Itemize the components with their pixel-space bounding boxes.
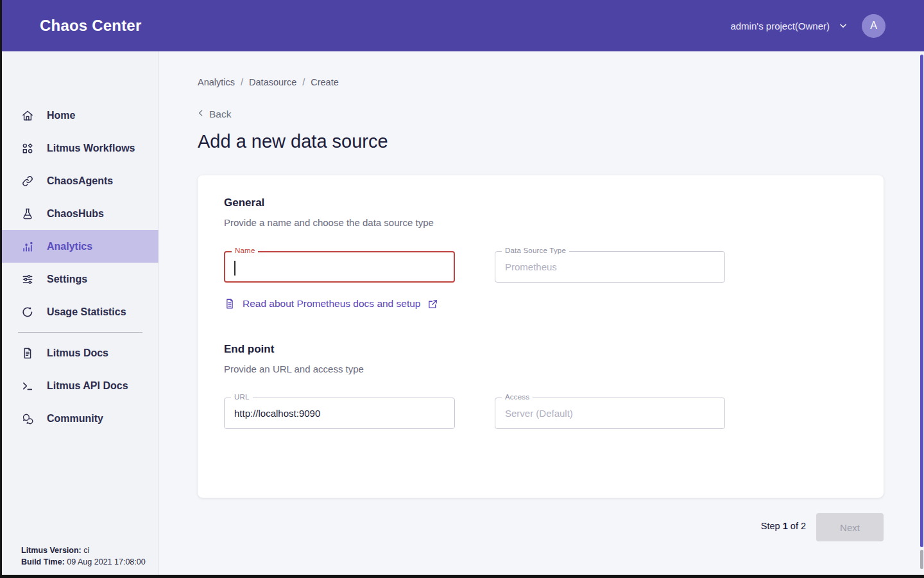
window-left-edge: [0, 0, 2, 578]
datasource-form-card: General Provide a name and choose the da…: [198, 175, 884, 498]
external-link-icon: [427, 299, 438, 310]
window-bottom-edge: [0, 575, 924, 578]
sidebar-item-home[interactable]: Home: [0, 99, 158, 132]
sidebar-item-litmus-workflows[interactable]: Litmus Workflows: [0, 132, 158, 164]
endpoint-section-heading: End point: [224, 343, 274, 356]
version-info: Litmus Version: ci Build Time: 09 Aug 20…: [21, 545, 146, 568]
breadcrumb-create[interactable]: Create: [311, 77, 339, 87]
prometheus-docs-link-label: Read about Prometheus docs and setup: [243, 298, 420, 310]
sidebar-item-label: ChaosHubs: [47, 208, 104, 220]
general-section-heading: General: [224, 197, 264, 209]
sidebar-item-label: Community: [47, 413, 103, 425]
terminal-icon: [21, 380, 34, 392]
name-field[interactable]: Name: [224, 251, 455, 283]
breadcrumb: Analytics / Datasource / Create: [198, 77, 339, 87]
sidebar-item-label: Usage Statistics: [47, 306, 126, 318]
app-header: Chaos Center admin's project(Owner) A: [0, 0, 924, 51]
breadcrumb-separator: /: [302, 77, 305, 87]
endpoint-section-subtitle: Provide an URL and access type: [224, 363, 364, 374]
sidebar-item-label: Litmus API Docs: [47, 380, 128, 392]
chat-bubbles-icon: [21, 412, 34, 425]
chevron-down-icon: [839, 21, 848, 30]
usage-loop-icon: [21, 306, 34, 319]
home-icon: [21, 109, 34, 122]
sidebar-item-chaosagents[interactable]: ChaosAgents: [0, 164, 158, 197]
data-source-type-field[interactable]: Data Source Type Prometheus: [495, 251, 725, 283]
text-caret: [234, 261, 235, 276]
name-field-label: Name: [232, 247, 258, 254]
app-title: Chaos Center: [40, 17, 141, 35]
agents-link-icon: [21, 175, 34, 188]
flask-icon: [21, 207, 34, 220]
main-content: Analytics / Datasource / Create Back Add…: [159, 51, 924, 578]
sidebar-item-litmus-docs[interactable]: Litmus Docs: [0, 337, 158, 369]
analytics-chart-icon: [21, 240, 34, 253]
step-indicator: Step 1 of 2: [761, 521, 806, 531]
sidebar-item-analytics[interactable]: Analytics: [0, 230, 158, 263]
back-button[interactable]: Back: [196, 109, 231, 120]
sidebar-item-litmus-api-docs[interactable]: Litmus API Docs: [0, 369, 158, 402]
avatar-initial: A: [870, 20, 877, 31]
sidebar-item-settings[interactable]: Settings: [0, 263, 158, 295]
next-button[interactable]: Next: [816, 513, 884, 541]
sidebar-item-usage-statistics[interactable]: Usage Statistics: [0, 295, 158, 328]
url-field-value: http://localhost:9090: [234, 398, 320, 428]
project-selector-label: admin's project(Owner): [730, 21, 830, 31]
sidebar-item-chaoshubs[interactable]: ChaosHubs: [0, 197, 158, 230]
step-current: 1: [783, 521, 788, 531]
data-source-type-value: Prometheus: [505, 252, 557, 282]
settings-sliders-icon: [21, 273, 34, 286]
url-field[interactable]: URL http://localhost:9090: [224, 398, 455, 429]
breadcrumb-separator: /: [241, 77, 243, 87]
chevron-left-icon: [196, 109, 205, 120]
sidebar-item-community[interactable]: Community: [0, 402, 158, 435]
page-title: Add a new data source: [198, 131, 388, 152]
access-field[interactable]: Access Server (Default): [495, 398, 725, 429]
sidebar-item-label: Litmus Docs: [47, 347, 108, 359]
sidebar-divider: [18, 332, 142, 333]
prometheus-docs-link[interactable]: Read about Prometheus docs and setup: [224, 297, 438, 310]
sidebar-item-label: Litmus Workflows: [47, 143, 135, 154]
project-selector-dropdown[interactable]: admin's project(Owner): [730, 21, 848, 31]
build-time-value: 09 Aug 2021 17:08:00: [67, 557, 145, 566]
avatar[interactable]: A: [862, 14, 886, 38]
document-page-icon: [224, 297, 235, 310]
sidebar-item-label: Analytics: [47, 241, 92, 252]
wizard-footer: Step 1 of 2 Next: [159, 513, 884, 541]
back-label: Back: [209, 109, 231, 120]
step-rest: of 2: [791, 521, 806, 531]
version-value: ci: [83, 546, 89, 555]
sidebar: Home Litmus Workflows ChaosAgents ChaosH…: [0, 51, 158, 578]
document-icon: [21, 347, 34, 360]
vertical-scrollbar[interactable]: [920, 55, 923, 547]
general-section-subtitle: Provide a name and choose the data sourc…: [224, 217, 434, 228]
workflows-icon: [21, 142, 34, 155]
sidebar-item-label: ChaosAgents: [47, 175, 113, 187]
sidebar-item-label: Settings: [47, 274, 87, 285]
scrollbar-track-end[interactable]: [920, 550, 923, 569]
step-prefix: Step: [761, 521, 780, 531]
build-time-label: Build Time:: [21, 557, 65, 566]
breadcrumb-datasource[interactable]: Datasource: [249, 77, 296, 87]
sidebar-item-label: Home: [47, 110, 75, 121]
version-label: Litmus Version:: [21, 546, 81, 555]
access-field-placeholder: Server (Default): [505, 398, 573, 428]
breadcrumb-analytics[interactable]: Analytics: [198, 77, 235, 87]
